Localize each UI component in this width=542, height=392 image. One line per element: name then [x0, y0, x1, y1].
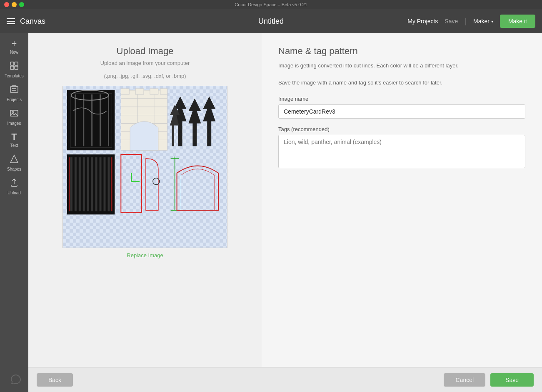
sidebar-label-projects: Projects — [7, 97, 22, 102]
title-bar: Cricut Design Space – Beta v5.0.21 — [0, 0, 542, 9]
bottom-right-buttons: Cancel Save — [444, 373, 534, 387]
window-title: Cricut Design Space – Beta v5.0.21 — [235, 2, 307, 7]
sidebar-label-shapes: Shapes — [7, 167, 21, 171]
svg-rect-29 — [135, 89, 144, 94]
svg-rect-1 — [15, 62, 18, 65]
svg-rect-11 — [70, 94, 112, 147]
panel-title: Name & tag pattern — [278, 46, 525, 57]
upload-icon — [10, 178, 19, 189]
svg-rect-46 — [121, 154, 142, 212]
sidebar-label-text: Text — [10, 143, 18, 148]
tags-input[interactable] — [278, 135, 525, 168]
header: Canvas Untitled My Projects Save | Maker… — [0, 9, 542, 33]
svg-rect-33 — [70, 157, 72, 211]
svg-rect-3 — [15, 66, 18, 69]
svg-rect-39 — [95, 157, 97, 211]
svg-rect-42 — [107, 157, 110, 211]
new-icon: + — [12, 39, 17, 48]
svg-rect-28 — [121, 89, 129, 94]
svg-rect-36 — [83, 157, 85, 211]
header-right: My Projects Save | Maker ▾ Make it — [407, 15, 535, 28]
svg-text:-: - — [121, 229, 122, 234]
content-area: Upload Image Upload an image from your c… — [28, 33, 542, 392]
image-preview: - — [62, 86, 227, 248]
cancel-button[interactable]: Cancel — [444, 373, 485, 387]
right-panel: Name & tag pattern Image is getting conv… — [262, 33, 542, 367]
sidebar-item-text[interactable]: T Text — [2, 130, 27, 150]
panel-desc-line1: Image is getting converted into cut line… — [278, 62, 525, 70]
image-name-label: Image name — [278, 96, 525, 102]
svg-rect-2 — [10, 66, 14, 69]
canvas-label: Canvas — [20, 17, 45, 26]
sidebar-item-projects[interactable]: Projects — [2, 82, 27, 104]
chat-bubble[interactable] — [9, 373, 22, 386]
sidebar-item-upload[interactable]: Upload — [2, 176, 27, 198]
svg-rect-32 — [67, 154, 115, 214]
svg-rect-45 — [119, 152, 169, 214]
close-button[interactable] — [4, 2, 9, 7]
header-divider: | — [465, 17, 467, 26]
my-projects-button[interactable]: My Projects — [407, 18, 438, 25]
traffic-lights — [4, 2, 24, 7]
main-layout: + New Templates — [0, 33, 542, 392]
sidebar-item-images[interactable]: Images — [2, 106, 27, 128]
sidebar-item-templates[interactable]: Templates — [2, 59, 27, 81]
minimize-button[interactable] — [12, 2, 17, 7]
header-left: Canvas — [7, 17, 45, 26]
svg-rect-34 — [75, 157, 77, 211]
svg-rect-0 — [10, 62, 14, 65]
templates-icon — [10, 61, 19, 72]
svg-rect-37 — [87, 157, 89, 211]
text-icon: T — [11, 132, 17, 141]
svg-rect-41 — [104, 157, 106, 211]
sidebar-label-upload: Upload — [7, 191, 21, 195]
make-it-button[interactable]: Make it — [500, 15, 535, 28]
left-panel: Upload Image Upload an image from your c… — [28, 33, 262, 367]
header-save-button[interactable]: Save — [445, 18, 458, 25]
svg-rect-40 — [100, 157, 102, 211]
project-title: Untitled — [258, 17, 284, 26]
sidebar-label-images: Images — [7, 121, 21, 126]
svg-rect-4 — [10, 87, 18, 92]
tags-label: Tags (recommended) — [278, 126, 525, 132]
replace-image-link[interactable]: Replace Image — [127, 252, 163, 258]
sidebar-item-shapes[interactable]: Shapes — [2, 152, 27, 174]
maker-button[interactable]: Maker ▾ — [473, 18, 493, 25]
sidebar-item-new[interactable]: + New — [2, 37, 27, 57]
images-icon — [10, 109, 19, 119]
sidebar: + New Templates — [0, 33, 28, 392]
svg-rect-31 — [160, 89, 167, 94]
svg-rect-30 — [150, 89, 158, 94]
chevron-down-icon: ▾ — [491, 19, 493, 24]
svg-rect-35 — [79, 157, 81, 211]
upload-title: Upload Image — [117, 46, 174, 57]
upload-subtitle-line1: Upload an image from your computer — [100, 60, 190, 66]
projects-icon — [10, 85, 19, 96]
sidebar-label-new: New — [10, 50, 18, 55]
preview-svg: - — [63, 86, 227, 248]
svg-marker-9 — [10, 155, 18, 163]
back-button[interactable]: Back — [37, 373, 73, 387]
shapes-icon — [10, 154, 19, 165]
image-name-input[interactable] — [278, 104, 525, 119]
save-button[interactable]: Save — [490, 373, 534, 387]
upload-section: Upload Image Upload an image from your c… — [28, 33, 542, 367]
sidebar-label-templates: Templates — [5, 74, 24, 78]
maximize-button[interactable] — [19, 2, 24, 7]
svg-rect-38 — [91, 157, 93, 211]
svg-rect-51 — [173, 152, 222, 214]
bottom-bar: Back Cancel Save — [28, 367, 542, 392]
menu-icon[interactable] — [7, 18, 15, 24]
upload-subtitle-line2: (.png, .jpg, .gif, .svg, .dxf, or .bmp) — [104, 73, 186, 79]
panel-desc-line2: Save the image with a name and tag so it… — [278, 79, 525, 87]
